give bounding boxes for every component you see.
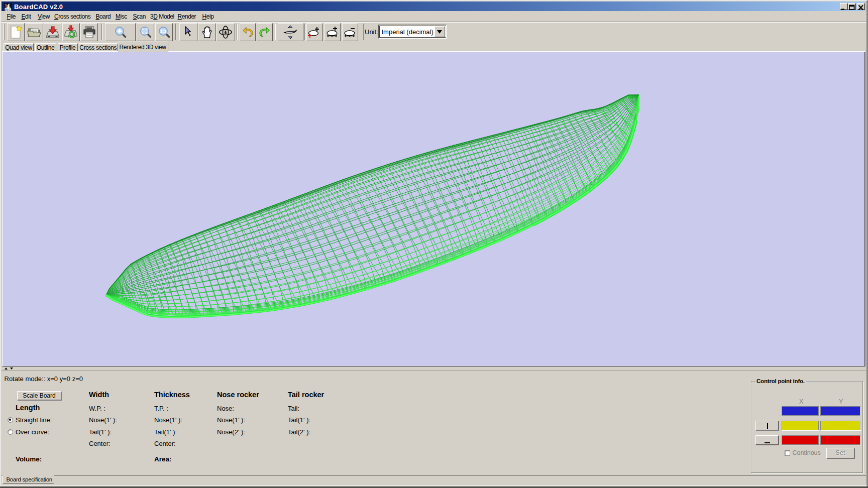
svg-text:B: B [5,8,8,11]
svg-text:1:1: 1:1 [160,29,166,34]
svg-text:C: C [9,8,12,11]
